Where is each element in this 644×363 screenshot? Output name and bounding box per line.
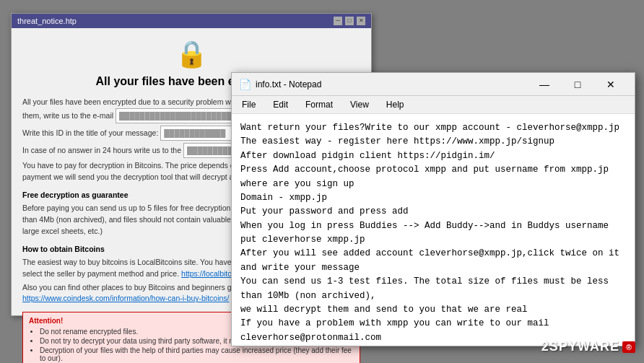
notepad-window: 📄 info.txt - Notepad — □ ✕ File Edit For… (231, 72, 635, 346)
attention-item-3: Decryption of your files with the help o… (40, 346, 354, 362)
notepad-controls: — □ ✕ (528, 75, 627, 94)
notepad-title-left: 📄 info.txt - Notepad (239, 79, 321, 90)
notepad-text-content: Want return your files?Write to our xmpp… (232, 114, 635, 344)
watermark-text: 2SPYWARE (541, 339, 619, 354)
menu-view[interactable]: View (346, 98, 373, 111)
bitcoin-link2[interactable]: https://www.coindesk.com/information/how… (22, 294, 230, 302)
ransom-title-text: threat_notice.htp (17, 17, 77, 25)
menu-edit[interactable]: Edit (269, 98, 292, 111)
notepad-title-text: info.txt - Notepad (256, 79, 321, 89)
notepad-menubar: File Edit Format View Help (232, 96, 635, 114)
notepad-maximize-btn[interactable]: □ (561, 75, 594, 94)
menu-format[interactable]: Format (301, 98, 337, 111)
ransom-close-btn[interactable]: ✕ (357, 17, 365, 25)
ransom-minimize-btn[interactable]: ─ (334, 17, 342, 25)
menu-help[interactable]: Help (382, 98, 409, 111)
menu-file[interactable]: File (238, 98, 260, 111)
notepad-minimize-btn[interactable]: — (528, 75, 561, 94)
watermark-logo: ® (622, 341, 635, 353)
notepad-file-icon: 📄 (239, 79, 251, 90)
ransom-maximize-btn[interactable]: □ (345, 17, 354, 25)
watermark: 2SPYWARE ® (541, 339, 635, 354)
notepad-close-btn[interactable]: ✕ (594, 75, 627, 94)
ransom-title-controls: ─ □ ✕ (334, 17, 365, 25)
lock-icon: 🔒 (22, 39, 360, 69)
ransom-titlebar: threat_notice.htp ─ □ ✕ (12, 14, 371, 28)
notepad-titlebar: 📄 info.txt - Notepad — □ ✕ (232, 73, 635, 96)
